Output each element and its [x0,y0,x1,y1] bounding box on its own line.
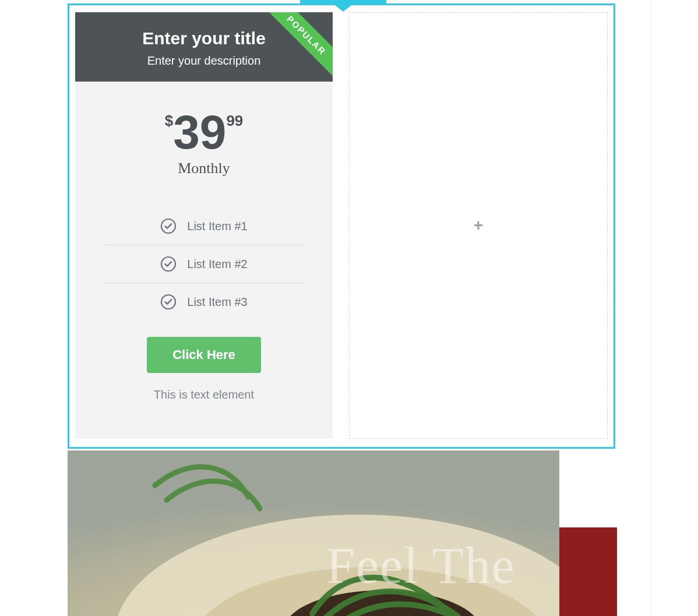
pricing-cta-button[interactable]: Click Here [147,337,261,373]
price-currency: $ [165,112,173,130]
editor-section[interactable]: POPULAR Enter your title Enter your desc… [68,3,615,449]
plus-icon[interactable]: + [474,216,483,235]
feature-label: List Item #1 [187,220,247,233]
pricing-description[interactable]: Enter your description [87,54,321,68]
hero-side-panel [559,527,617,616]
feature-label: List Item #3 [187,295,247,309]
list-item: List Item #1 [103,207,305,245]
price-period: Monthly [81,160,327,177]
check-circle-icon [160,256,177,272]
feature-label: List Item #2 [187,258,247,271]
list-item: List Item #2 [103,245,305,283]
empty-widget-placeholder[interactable]: + [349,12,608,439]
price-integer: 39 [173,108,226,156]
check-circle-icon [160,294,177,310]
gutter-line [651,0,651,616]
pricing-title[interactable]: Enter your title [87,29,321,48]
pricing-table-widget[interactable]: POPULAR Enter your title Enter your desc… [75,12,333,439]
price-line: $ 39 99 [81,108,327,156]
pricing-footer-text[interactable]: This is text element [75,388,333,402]
list-item: List Item #3 [103,283,305,321]
section-handle[interactable] [300,0,386,3]
hero-overlay-text: Feel The [326,536,516,595]
pricing-feature-list: List Item #1 List Item #2 List Item #3 [103,207,305,321]
pricing-price-area: $ 39 99 Monthly [75,82,333,183]
price-fraction: 99 [226,112,243,130]
section-row: POPULAR Enter your title Enter your desc… [69,5,614,447]
check-circle-icon [160,218,177,234]
